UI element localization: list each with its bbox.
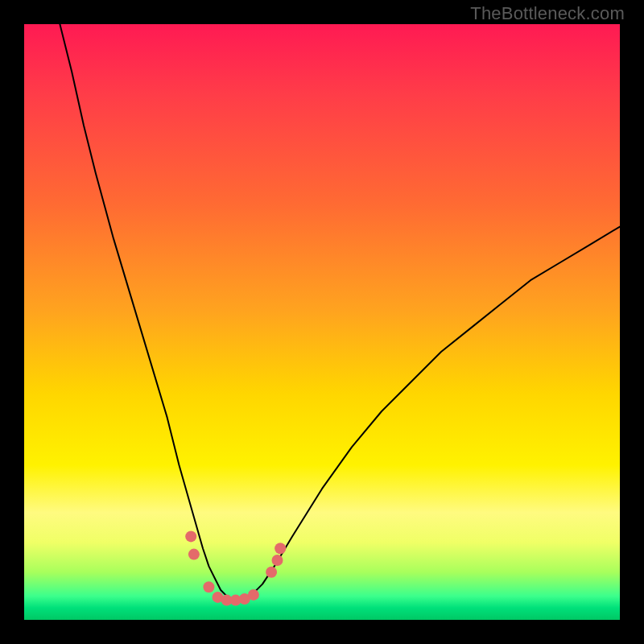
- bottleneck-curve: [60, 24, 620, 601]
- data-marker: [248, 589, 259, 601]
- data-marker: [188, 549, 200, 560]
- data-marker: [275, 543, 286, 554]
- curve-layer: [60, 24, 620, 601]
- data-marker: [203, 581, 214, 592]
- chart-svg: [24, 24, 620, 620]
- data-marker: [266, 567, 277, 578]
- data-marker: [272, 555, 283, 566]
- watermark-label: TheBottleneck.com: [470, 3, 625, 24]
- data-marker: [185, 530, 196, 542]
- plot-area: [24, 24, 620, 620]
- chart-frame: TheBottleneck.com: [0, 0, 644, 644]
